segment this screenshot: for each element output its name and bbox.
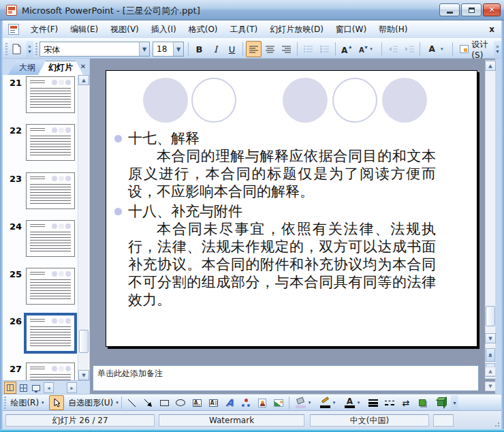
dash-style-button[interactable] bbox=[382, 395, 397, 410]
tab-slides[interactable]: 幻灯片 bbox=[38, 61, 83, 75]
menu-tools[interactable]: 工具(T) bbox=[224, 21, 264, 38]
thumb-text-lines bbox=[30, 184, 71, 204]
resize-grip[interactable] bbox=[493, 420, 500, 427]
menu-view[interactable]: 视图(V) bbox=[104, 21, 145, 38]
toolbar-grip[interactable] bbox=[5, 43, 7, 55]
toolbar-options-chevron-right[interactable]: »▾ bbox=[494, 41, 501, 57]
3d-style-button[interactable] bbox=[431, 395, 447, 410]
notes-scroll-down-icon[interactable]: ▼ bbox=[485, 382, 496, 391]
slide-thumbnail-24[interactable]: 24 bbox=[3, 220, 78, 258]
font-name-combo[interactable]: 宋体 ▼ bbox=[40, 42, 150, 57]
font-size-dropdown-icon[interactable]: ▼ bbox=[173, 42, 183, 56]
slide-thumbnail-25[interactable]: 25 bbox=[3, 268, 78, 306]
line-style-button[interactable] bbox=[366, 395, 381, 410]
scrollbar-thumb[interactable] bbox=[486, 306, 495, 326]
slide-thumbnail-22[interactable]: 22 bbox=[3, 124, 78, 162]
line-color-icon bbox=[320, 397, 330, 408]
thumb-circles bbox=[52, 127, 71, 133]
slide-thumbnail-21[interactable]: 21 bbox=[3, 76, 78, 114]
menu-window[interactable]: 窗口(W) bbox=[330, 21, 373, 38]
scroll-up-icon[interactable]: ▲ bbox=[485, 61, 496, 71]
notes-scroll-up-icon[interactable]: ▲ bbox=[485, 367, 496, 376]
shadow-icon bbox=[419, 399, 426, 406]
text-box-button[interactable]: A bbox=[189, 395, 204, 410]
close-document-icon[interactable]: x bbox=[489, 25, 494, 34]
menu-format[interactable]: 格式(O) bbox=[183, 21, 224, 38]
line-tool-button[interactable] bbox=[124, 395, 139, 410]
thumbnail-scrollbar[interactable]: ▲ ▼ bbox=[78, 75, 89, 380]
slide-thumbnail-27[interactable]: 27 bbox=[3, 362, 78, 380]
align-right-button[interactable] bbox=[279, 41, 294, 57]
status-slide-indicator: 幻灯片 26 / 27 bbox=[5, 414, 155, 427]
fill-color-button[interactable]: ▾ bbox=[292, 395, 314, 410]
decrease-indent-button[interactable] bbox=[385, 41, 400, 57]
bullet-list-button[interactable] bbox=[317, 41, 332, 57]
increase-indent-button[interactable] bbox=[401, 41, 417, 57]
toolbar-grip[interactable] bbox=[4, 397, 6, 409]
slide-thumbnail-23[interactable]: 23 bbox=[3, 172, 78, 211]
draw-font-color-button[interactable]: A ▾ bbox=[341, 395, 363, 410]
pane-close-icon[interactable]: ✕ bbox=[78, 62, 88, 72]
new-presentation-button[interactable] bbox=[9, 41, 25, 57]
arrow-tool-button[interactable] bbox=[140, 395, 155, 410]
diagram-button[interactable] bbox=[238, 395, 253, 410]
numbered-list-button[interactable]: , bbox=[300, 41, 316, 57]
scrollbar-thumb[interactable] bbox=[79, 330, 89, 353]
toolbar-options-chevron[interactable]: »▾ bbox=[26, 41, 33, 57]
insert-picture-button[interactable] bbox=[271, 395, 286, 410]
close-button[interactable]: ✕ bbox=[483, 3, 501, 16]
bold-button[interactable]: B bbox=[191, 41, 207, 57]
slide-body-text[interactable]: 十七、解释 本合同的理解与解释应依据合同目的和文本原义进行，本合同的标题仅是为了… bbox=[128, 129, 436, 311]
draw-menu-button[interactable]: 绘图(R)▾ bbox=[8, 395, 46, 410]
font-size-combo[interactable]: 18 ▼ bbox=[153, 42, 184, 57]
line-color-button[interactable]: ▾ bbox=[317, 395, 338, 410]
document-icon bbox=[8, 24, 19, 35]
previous-slide-button[interactable]: » bbox=[486, 348, 495, 362]
underline-button[interactable]: U bbox=[224, 41, 240, 57]
select-objects-button[interactable] bbox=[49, 395, 64, 410]
oval-tool-button[interactable] bbox=[173, 395, 188, 410]
scroll-up-icon[interactable]: ▲ bbox=[78, 75, 89, 85]
rectangle-tool-button[interactable] bbox=[157, 395, 172, 410]
font-color-swatch bbox=[345, 405, 355, 408]
toolbar-grip-2[interactable] bbox=[35, 43, 37, 55]
normal-view-button[interactable] bbox=[4, 382, 16, 394]
thumbnail-list: 21 22 23 24 25 26 bbox=[3, 75, 78, 380]
align-left-button[interactable] bbox=[246, 41, 262, 57]
status-bar: 幻灯片 26 / 27 Watermark 中文(中国) bbox=[3, 410, 501, 429]
wordart-button[interactable]: A bbox=[222, 395, 237, 410]
minimize-button[interactable] bbox=[439, 3, 460, 16]
shadow-style-button[interactable] bbox=[415, 395, 430, 410]
align-center-button[interactable] bbox=[262, 41, 278, 57]
arrow-style-button[interactable]: ⇄ bbox=[398, 395, 413, 410]
italic-button[interactable]: I bbox=[208, 41, 223, 57]
scroll-down-icon[interactable]: ▼ bbox=[485, 333, 496, 343]
menu-insert[interactable]: 插入(I) bbox=[145, 21, 183, 38]
clip-art-button[interactable] bbox=[255, 395, 270, 410]
hscroll-right-icon[interactable]: ▸ bbox=[67, 382, 77, 393]
menu-slideshow[interactable]: 幻灯片放映(D) bbox=[264, 21, 330, 38]
slide-scrollbar[interactable]: ▲ ▼ » » bbox=[485, 60, 496, 379]
autoshapes-button[interactable]: 自选图形(U)▾ bbox=[67, 395, 120, 410]
menu-edit[interactable]: 编辑(E) bbox=[64, 21, 104, 38]
thumbnail-image bbox=[26, 220, 75, 257]
slide-thumbnail-26-selected[interactable]: 26 bbox=[3, 315, 78, 353]
menu-file[interactable]: 文件(F) bbox=[25, 21, 64, 38]
menu-help[interactable]: 帮助(H) bbox=[373, 21, 413, 38]
decrease-font-size-button[interactable]: A ▾ bbox=[355, 41, 377, 57]
font-color-button[interactable]: A ▾ bbox=[424, 41, 448, 57]
scroll-down-icon[interactable]: ▼ bbox=[78, 370, 89, 380]
status-language[interactable]: 中文(中国) bbox=[310, 414, 429, 427]
slide-sorter-view-button[interactable] bbox=[17, 382, 29, 394]
slide-canvas[interactable]: 十七、解释 本合同的理解与解释应依据合同目的和文本原义进行，本合同的标题仅是为了… bbox=[106, 70, 477, 347]
notes-pane[interactable]: 单击此处添加备注 bbox=[93, 365, 479, 391]
vertical-text-box-button[interactable]: A bbox=[206, 395, 221, 410]
thumb-circles bbox=[52, 366, 71, 371]
restore-button[interactable] bbox=[461, 3, 482, 16]
hscroll-left-icon[interactable]: ◂ bbox=[44, 382, 54, 393]
status-design-template[interactable]: Watermark bbox=[159, 414, 304, 427]
increase-font-size-button[interactable]: A bbox=[338, 41, 354, 57]
font-name-dropdown-icon[interactable]: ▼ bbox=[139, 42, 149, 56]
drawbar-options-chevron[interactable]: ▾ bbox=[451, 395, 458, 410]
slideshow-view-button[interactable] bbox=[30, 382, 42, 394]
